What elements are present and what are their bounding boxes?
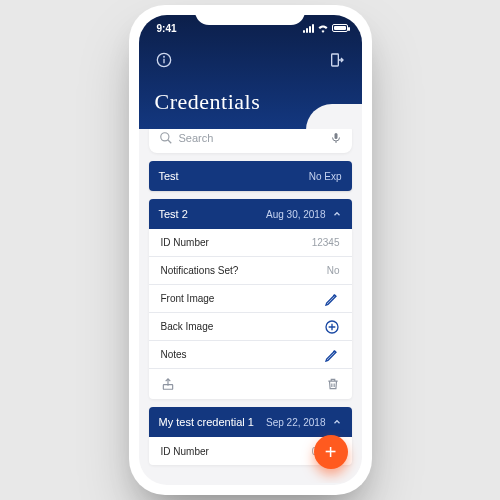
detail-label: Back Image <box>161 321 214 332</box>
info-icon[interactable] <box>155 51 173 69</box>
detail-label: ID Number <box>161 237 209 248</box>
chevron-up-icon <box>332 209 342 219</box>
search-icon <box>159 131 173 145</box>
pen-icon[interactable] <box>324 291 340 307</box>
detail-label: ID Number <box>161 446 209 457</box>
status-right <box>303 24 348 33</box>
search-bar[interactable] <box>149 129 352 153</box>
detail-row[interactable]: Notes <box>149 341 352 369</box>
detail-value: 12345 <box>312 237 340 248</box>
credential-expiry: Aug 30, 2018 <box>266 209 326 220</box>
notch <box>195 5 305 25</box>
phone-frame: 9:41 Credentials <box>129 5 372 495</box>
screen: 9:41 Credentials <box>139 15 362 485</box>
credential-header[interactable]: My test credential 1 Sep 22, 2018 <box>149 407 352 437</box>
wifi-icon <box>317 24 329 33</box>
detail-row[interactable]: Back Image <box>149 313 352 341</box>
detail-value: No <box>327 265 340 276</box>
detail-label: Notes <box>161 349 187 360</box>
svg-rect-6 <box>334 133 337 139</box>
chevron-up-icon <box>332 417 342 427</box>
credential-name: Test <box>159 170 179 182</box>
svg-rect-3 <box>331 54 338 66</box>
share-icon[interactable] <box>161 377 175 391</box>
search-input[interactable] <box>179 132 330 144</box>
signal-icon <box>303 24 314 33</box>
detail-row: Notifications Set? No <box>149 257 352 285</box>
status-time: 9:41 <box>157 23 177 34</box>
credential-expiry: Sep 22, 2018 <box>266 417 326 428</box>
credential-card: ID Number 12345 Notifications Set? No Fr… <box>149 229 352 399</box>
pen-icon[interactable] <box>324 347 340 363</box>
content: Test No Exp Test 2 Aug 30, 2018 ID Numbe… <box>139 129 362 483</box>
svg-point-4 <box>160 133 168 141</box>
detail-label: Front Image <box>161 293 215 304</box>
credential-header[interactable]: Test No Exp <box>149 161 352 191</box>
credential-name: Test 2 <box>159 208 188 220</box>
svg-line-5 <box>167 140 171 144</box>
add-button[interactable]: + <box>314 435 348 469</box>
detail-row: ID Number 12345 <box>149 229 352 257</box>
svg-point-2 <box>163 56 164 57</box>
credential-header[interactable]: Test 2 Aug 30, 2018 <box>149 199 352 229</box>
battery-icon <box>332 24 348 32</box>
plus-circle-icon[interactable] <box>324 319 340 335</box>
exit-icon[interactable] <box>328 51 346 69</box>
trash-icon[interactable] <box>326 377 340 391</box>
detail-row[interactable]: Front Image <box>149 285 352 313</box>
credential-name: My test credential 1 <box>159 416 254 428</box>
detail-label: Notifications Set? <box>161 265 239 276</box>
mic-icon[interactable] <box>330 132 342 144</box>
credential-expiry: No Exp <box>309 171 342 182</box>
card-actions <box>149 369 352 399</box>
plus-icon: + <box>325 441 337 464</box>
